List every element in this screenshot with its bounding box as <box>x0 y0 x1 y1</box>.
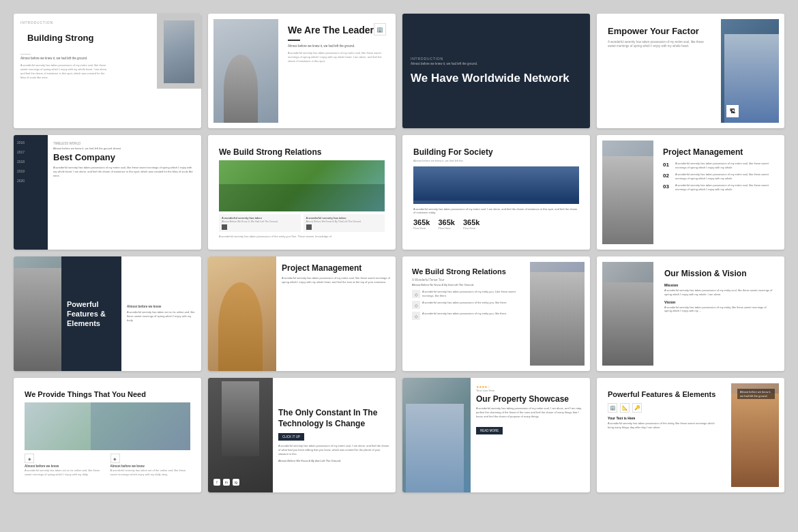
slide12-mission-text: A wonderful serenity has taken possessio… <box>664 289 773 296</box>
slide10-content: Project Management A wonderful serenity … <box>276 256 396 371</box>
slide11-item1: ◇ A wonderful serenity has taken possess… <box>412 290 522 298</box>
slide7-body: A wonderful serenity has taken possessio… <box>413 207 579 215</box>
slide1-title: Building Strong <box>20 26 109 49</box>
slide16-caption-dark: Almost before we know it, we had left th… <box>737 389 775 399</box>
slide1-body: A wonderful serenity has taken possessio… <box>20 63 109 80</box>
slide12-mission-title: Mission <box>664 283 773 287</box>
slide-worldwide-network: INTRODUCTION Almost before we knew it, w… <box>402 14 590 128</box>
slide12-content: Our Mission & Vision Mission A wonderful… <box>659 262 779 366</box>
slide7-stats: 365k Flow Here 365k Flow Here 365k Flow … <box>413 218 579 230</box>
slide5-year2: 2017 <box>17 150 44 154</box>
slide15-btn[interactable]: READ MORE <box>476 427 503 434</box>
slide14-sub: A wonderful serenity has taken possessio… <box>278 444 390 456</box>
slide4-sub: A wonderful serenity has taken possessio… <box>608 40 710 50</box>
slide-technology-change: f in ig The Only Constant In The Technol… <box>208 378 396 492</box>
slide-building-for-society: Building For Society Almost before we kn… <box>402 135 590 250</box>
slide15-title: Our Property Showcase <box>476 394 585 404</box>
slide-project-management-2: Project Management A wonderful serenity … <box>208 256 396 371</box>
slide7-stat2: 365k Flow Here <box>438 218 454 230</box>
slide5-year3: 2018 <box>17 160 44 164</box>
slide7-sub: Almost before we knew it, we had left th… <box>413 159 579 163</box>
slide6-footer: A wonderful serenity has taken possessio… <box>219 235 385 238</box>
slide3-tag: INTRODUCTION <box>411 57 582 61</box>
slide-we-are-the-leader: 🏢 We Are The Leader Almost before we kne… <box>208 14 396 128</box>
slide1-image <box>157 14 201 89</box>
slide5-title: Best Company <box>53 152 196 162</box>
slide7-content: Building For Society Almost before we kn… <box>408 142 585 233</box>
slide13-caption1: Almost before we know <box>25 464 105 468</box>
slide11-item3: ◇ A wonderful serenity has taken possess… <box>412 312 522 320</box>
slide-project-management: Project Management 01 A wonderful sereni… <box>597 135 784 250</box>
slide2-content: 🏢 We Are The Leader Almost before we kne… <box>284 19 390 123</box>
slide13-icon2: ◈ <box>110 454 120 463</box>
slide14-social3: ig <box>233 479 239 486</box>
slide6-sub-cards: A wonderful serenity has taken Almost Be… <box>219 214 385 232</box>
slide9-center-dark: Powerful Features & Elements <box>61 256 121 371</box>
slide16-icons: 🏢 📐 🔑 <box>608 403 720 413</box>
slide13-col1: ◈ Almost before we know A wonderful sere… <box>25 454 105 476</box>
slide8-item1: 01 A wonderful serenity has taken posses… <box>663 162 773 169</box>
slide-empower-your-factor: Empower Your Factor A wonderful serenity… <box>597 14 784 128</box>
slide13-caption2: Almost before we know <box>110 464 191 468</box>
slide13-title: We Provide Things That You Need <box>25 390 190 399</box>
slide-mission-vision: Our Mission & Vision Mission A wonderful… <box>597 256 784 371</box>
slide-powerful-features: Powerful Features & Elements Almost befo… <box>14 256 201 371</box>
slide11-item2-icon: ◇ <box>412 301 420 309</box>
slide5-year4: 2019 <box>17 169 44 173</box>
slide3-title: We Have Worldwide Network <box>411 72 582 85</box>
slide4-image: 🏗 <box>721 19 779 123</box>
slide8-item2: 02 A wonderful serenity has taken posses… <box>663 173 773 180</box>
slide4-title: Empower Your Factor <box>608 26 710 37</box>
slide8-item3: 03 A wonderful serenity has taken posses… <box>663 183 773 191</box>
slide13-sub2: A wonderful serenity has taken set of th… <box>110 469 191 476</box>
slide-build-strong-relations-2: We Build Strong Relations A Wonderful Te… <box>402 256 590 371</box>
slide13-text-cols: ◈ Almost before we know A wonderful sere… <box>25 454 190 476</box>
slide4-content: Empower Your Factor A wonderful serenity… <box>602 19 715 123</box>
slide14-image: f in ig <box>208 378 273 492</box>
slide6-image <box>219 160 385 211</box>
slide14-btn[interactable]: CLICK IT UP <box>278 433 304 441</box>
slide6-card1-dot <box>222 224 227 230</box>
slide2-body: A wonderful serenity has taken possessio… <box>288 51 386 63</box>
slide9-sub: A wonderful serenity has taken set on it… <box>127 310 196 323</box>
slide9-left-image <box>14 256 61 371</box>
slide12-title: Our Mission & Vision <box>664 269 773 278</box>
slide1-sub: Almost before we knew it, we had left th… <box>20 57 109 61</box>
slide16-icon1: 🏢 <box>608 403 617 413</box>
slide6-content: We Build Strong Relations A wonderful se… <box>213 142 390 241</box>
slide14-social1: f <box>213 479 220 486</box>
slide11-sub-caption: Almost Before No Know & By that Left The… <box>412 283 522 286</box>
slide13-content: We Provide Things That You Need ◈ Almost… <box>19 385 196 479</box>
slide2-sub: Almost before we knew it, we had left th… <box>288 44 386 48</box>
slide10-image <box>208 256 276 371</box>
slide5-body: A wonderful serenity has taken possessio… <box>53 166 196 178</box>
slide2-image <box>213 19 278 123</box>
slide10-title: Project Management <box>282 263 390 273</box>
slide12-vision-text: A wonderful serenity has taken possessio… <box>664 306 773 313</box>
slide7-title: Building For Society <box>413 147 579 157</box>
slide13-col2: ◈ Almost before we know A wonderful sere… <box>110 454 191 476</box>
slide2-title: We Are The Leader <box>288 25 386 36</box>
slide9-caption: Almost before we know <box>127 305 196 308</box>
slide16-right-image: Almost before we know it, we had left th… <box>731 383 779 487</box>
slide14-social2: in <box>223 479 230 486</box>
slide14-content: The Only Constant In The Technology Is C… <box>273 378 396 492</box>
slide10-sub: A wonderful serenity has taken possessio… <box>282 276 390 284</box>
slide8-title: Project Management <box>663 147 773 157</box>
slide16-icon3: 🔑 <box>632 403 642 413</box>
slide11-caption: A Wonderful Tense Tour <box>412 278 522 282</box>
slide15-image <box>402 378 471 492</box>
slide9-right-content: Almost before we know A wonderful sereni… <box>121 256 201 371</box>
slide13-icon1: ◈ <box>25 454 34 463</box>
slide7-buildings <box>413 166 579 201</box>
slide8-image <box>602 141 653 244</box>
slide-provide-things: We Provide Things That You Need ◈ Almost… <box>14 378 201 492</box>
slide8-content: Project Management 01 A wonderful sereni… <box>657 141 779 244</box>
slide13-image <box>25 402 190 450</box>
slide-property-showcase: ★★★★☆ Time Line Here Our Property Showca… <box>402 378 590 492</box>
slide15-tag: Time Line Here <box>476 389 585 392</box>
slide16-tagline: Your Text is Here <box>608 416 720 420</box>
slide5-year1: 2016 <box>17 141 44 145</box>
slide3-sub: Almost before we knew it, we had left th… <box>411 62 582 66</box>
slide1-divider <box>20 54 31 55</box>
